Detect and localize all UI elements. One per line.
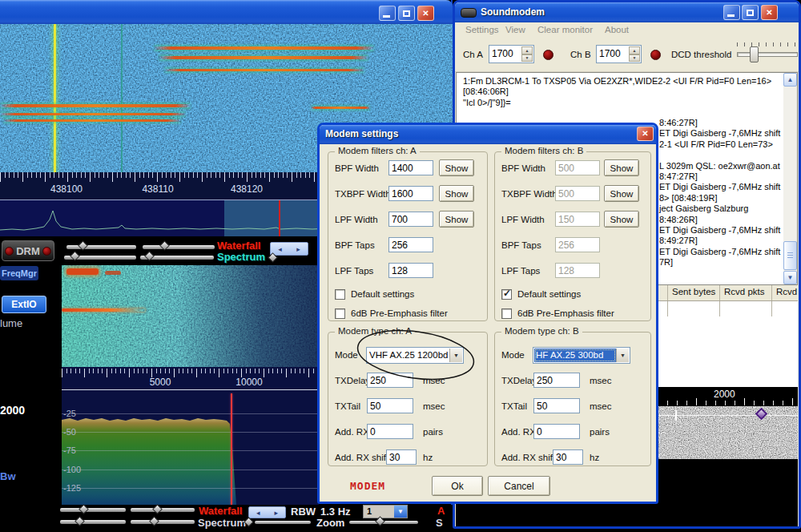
cancel-button[interactable]: Cancel [488, 476, 550, 496]
zoom-label: Zoom [316, 517, 344, 529]
close-button[interactable]: ✕ [761, 5, 778, 20]
show-lpf-button-b[interactable]: Show [604, 211, 639, 228]
chevron-down-icon[interactable]: ▼ [449, 349, 462, 362]
show-label: Show [610, 163, 634, 173]
show-bpf-button-b[interactable]: Show [604, 159, 639, 176]
close-button[interactable]: ✕ [417, 6, 434, 21]
scrollbar-thumb[interactable] [783, 241, 797, 270]
txbpf-width-input-b[interactable] [555, 186, 600, 201]
maximize-button[interactable] [398, 6, 415, 21]
bpf-taps-input-b[interactable] [555, 237, 600, 252]
average-dropdown[interactable]: 1 ▼ [363, 505, 408, 518]
bpf-width-input-b[interactable] [555, 160, 600, 175]
bottom-controls: Waterfall ◂▸ RBW 1.3 Hz 1 ▼ A Spectrum Z… [0, 505, 453, 532]
ch-b-freq-spinner[interactable]: 1700 ▲▼ [596, 45, 642, 63]
txtail-input-a[interactable] [367, 398, 413, 413]
bpf-taps-input-a[interactable] [388, 237, 433, 252]
signal-blob [105, 271, 121, 275]
minimize-button[interactable] [723, 5, 740, 20]
dialog-close-button[interactable]: ✕ [637, 127, 654, 141]
monitor-scrollbar[interactable]: ▲ ▼ [783, 73, 797, 284]
scrollbar-up-button[interactable]: ▲ [783, 73, 797, 87]
waterfall-label: Waterfall [217, 240, 260, 252]
waterfall-nav-arrows[interactable]: ◂▸ [270, 242, 308, 256]
lpf-width-input-a[interactable] [388, 212, 433, 227]
show-txbpf-button-b[interactable]: Show [604, 185, 639, 202]
slider-thumb[interactable] [78, 504, 89, 514]
a-label-fragment: A [437, 505, 445, 517]
offset-slider[interactable] [255, 521, 311, 524]
add-rx-shift-input-a[interactable] [386, 449, 417, 465]
db-gridline [62, 413, 319, 414]
add-rx-shift-input-b[interactable] [553, 449, 583, 465]
table-header-sent-bytes[interactable]: Sent bytes [668, 285, 720, 300]
slider-thumb[interactable] [149, 516, 159, 526]
default-settings-checkbox-b[interactable] [501, 289, 512, 300]
txdelay-input-a[interactable] [367, 373, 413, 388]
sdr-titlebar[interactable]: ✕ [0, 0, 453, 24]
soundmodem-titlebar[interactable]: Soundmodem ✕ [455, 2, 799, 22]
tune-cursor[interactable] [279, 200, 280, 236]
menu-settings[interactable]: Settings [465, 25, 499, 34]
prev-arrow-icon[interactable]: ◂ [278, 245, 282, 253]
txdelay-input-b[interactable] [533, 373, 580, 388]
txtail-input-b[interactable] [533, 398, 580, 413]
waterfall-brightness-slider[interactable] [143, 245, 215, 249]
show-txbpf-button-a[interactable]: Show [439, 185, 474, 202]
chevron-down-icon[interactable]: ▼ [616, 349, 629, 362]
table-header-rcvd[interactable]: Rcvd [772, 285, 798, 300]
chevron-down-icon[interactable]: ▼ [394, 506, 407, 518]
maximize-button[interactable] [742, 5, 759, 20]
ok-button[interactable]: Ok [432, 476, 483, 496]
waterfall-nav-arrows[interactable]: ◂▸ [248, 506, 286, 518]
show-bpf-button-a[interactable]: Show [439, 159, 474, 176]
txbpf-width-input-a[interactable] [388, 186, 433, 201]
lpf-taps-input-a[interactable] [388, 263, 433, 278]
menu-about[interactable]: About [605, 25, 629, 34]
monitor-line: 8:47:27R] [659, 171, 784, 182]
show-lpf-button-a[interactable]: Show [439, 211, 474, 228]
mode-combo-a[interactable]: VHF AX.25 1200bd ▼ [366, 347, 464, 364]
drm-led-left-icon [5, 247, 14, 256]
menu-view[interactable]: View [505, 25, 525, 34]
spinner-up-icon[interactable]: ▲ [521, 46, 533, 54]
add-rx-input-b[interactable] [533, 424, 580, 439]
txtail-label: TXTail [501, 401, 527, 411]
scrollbar-down-button[interactable]: ▼ [783, 271, 797, 284]
default-settings-checkbox-a[interactable] [335, 289, 345, 300]
waterfall-contrast-slider[interactable] [66, 245, 136, 249]
dcd-slider-thumb[interactable] [750, 46, 759, 62]
minimize-button[interactable] [379, 6, 396, 21]
preemphasis-checkbox-a[interactable] [335, 308, 345, 319]
spinner-down-icon[interactable]: ▼ [521, 54, 533, 62]
dcd-slider-track[interactable] [737, 52, 798, 57]
extio-button[interactable]: ExtIO [2, 296, 46, 313]
drm-button[interactable]: DRM [2, 240, 54, 261]
mode-value-b: HF AX.25 300bd [534, 349, 616, 362]
next-arrow-icon[interactable]: ▸ [296, 245, 300, 253]
spinner-up-icon[interactable]: ▲ [629, 46, 640, 54]
preemphasis-checkbox-b[interactable] [501, 308, 512, 319]
slider-thumb[interactable] [74, 516, 85, 526]
ch-a-freq-spinner[interactable]: 1700 ▲▼ [489, 45, 534, 63]
mode-combo-b[interactable]: HF AX.25 300bd ▼ [533, 347, 630, 364]
spectrum-slider-3[interactable] [60, 520, 126, 524]
bpf-width-input-a[interactable] [388, 160, 433, 175]
lpf-width-input-b[interactable] [555, 212, 600, 227]
ch-b-label: Ch B [570, 50, 591, 59]
bpf-taps-label: BPF Taps [335, 240, 375, 250]
slider-thumb[interactable] [152, 504, 163, 514]
add-rx-input-a[interactable] [367, 424, 413, 439]
spectrum-slider-4[interactable] [131, 520, 195, 524]
spinner-down-icon[interactable]: ▼ [629, 54, 640, 62]
dialog-titlebar[interactable]: Modem settings ✕ [320, 125, 656, 144]
freqmgr-button[interactable]: FreqMgr [0, 266, 38, 280]
filter-edge-cursor[interactable] [231, 393, 232, 505]
mode-value-a: VHF AX.25 1200bd [368, 349, 449, 362]
waterfall-contrast-slider-2[interactable] [60, 508, 126, 512]
next-arrow-icon[interactable]: ▸ [274, 509, 278, 517]
prev-arrow-icon[interactable]: ◂ [256, 509, 260, 517]
lpf-taps-input-b[interactable] [555, 263, 600, 278]
menu-clear-monitor[interactable]: Clear monitor [537, 25, 593, 34]
table-header-rcvd-pkts[interactable]: Rcvd pkts [720, 285, 772, 300]
